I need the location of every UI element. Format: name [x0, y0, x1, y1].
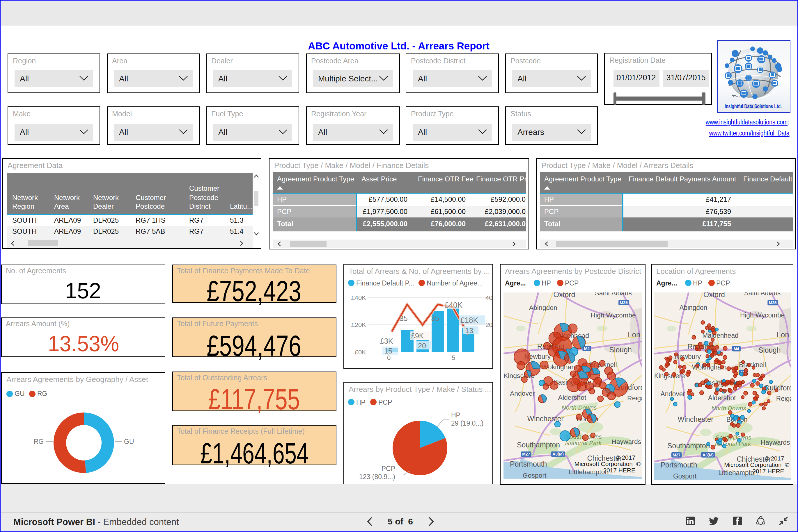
- svg-text:£3K: £3K: [380, 337, 393, 345]
- svg-text:RG: RG: [34, 438, 44, 445]
- svg-text:123 (80.9...): 123 (80.9...): [359, 473, 395, 480]
- svg-text:HP: HP: [451, 411, 460, 419]
- svg-text:40: 40: [486, 294, 492, 301]
- svg-text:15: 15: [384, 346, 392, 355]
- svg-text:£0K: £0K: [355, 348, 366, 356]
- svg-text:£20K: £20K: [351, 321, 366, 328]
- svg-text:PCP: PCP: [382, 464, 395, 472]
- svg-text:Insightful Data Solutions Ltd.: Insightful Data Solutions Ltd.: [725, 103, 782, 109]
- svg-text:29 (19.0...): 29 (19.0...): [451, 419, 484, 427]
- svg-text:£9K: £9K: [411, 331, 424, 340]
- svg-text:5: 5: [452, 354, 455, 361]
- svg-text:GU: GU: [124, 438, 134, 445]
- svg-text:£40K: £40K: [351, 294, 366, 301]
- svg-text:£18K: £18K: [460, 316, 478, 324]
- svg-text:20: 20: [418, 341, 426, 349]
- svg-text:£40K: £40K: [445, 300, 463, 309]
- svg-text:0: 0: [387, 354, 391, 361]
- svg-text:35: 35: [431, 314, 439, 322]
- svg-text:20: 20: [486, 321, 492, 328]
- svg-text:35: 35: [400, 314, 408, 322]
- svg-text:13: 13: [465, 326, 473, 334]
